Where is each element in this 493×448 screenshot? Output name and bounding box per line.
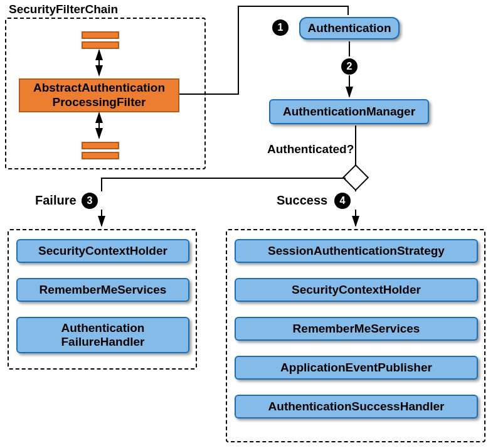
badge-3: 3 xyxy=(82,193,98,209)
badge-2: 2 xyxy=(341,58,358,75)
failure-box-0: SecurityContextHolder xyxy=(16,239,189,263)
failure-box-2: Authentication FailureHandler xyxy=(16,317,189,353)
success-box-2: RememberMeServices xyxy=(235,317,478,341)
authentication-box: Authentication xyxy=(299,17,400,40)
failure-label: Failure xyxy=(35,193,77,208)
badge-4: 4 xyxy=(334,193,351,209)
failure-box-1: RememberMeServices xyxy=(16,278,189,302)
filter-chain-title: SecurityFilterChain xyxy=(9,3,118,16)
filter-chain-container: AbstractAuthentication ProcessingFilter xyxy=(5,18,206,169)
authenticated-question-label: Authenticated? xyxy=(267,142,354,156)
success-box-3: ApplicationEventPublisher xyxy=(235,356,478,380)
filter-bar-icon xyxy=(82,142,119,149)
filter-bar-icon xyxy=(82,41,119,49)
success-box-0: SessionAuthenticationStrategy xyxy=(235,239,478,263)
success-container: SessionAuthenticationStrategy SecurityCo… xyxy=(226,229,485,442)
filter-bar-icon xyxy=(82,31,119,39)
filter-bar-icon xyxy=(82,152,119,159)
success-box-1: SecurityContextHolder xyxy=(235,278,478,302)
decision-diamond-icon xyxy=(342,164,369,191)
badge-1: 1 xyxy=(272,19,289,36)
authentication-manager-box: AuthenticationManager xyxy=(269,99,429,124)
abstract-auth-processing-filter: AbstractAuthentication ProcessingFilter xyxy=(19,78,179,112)
success-label: Success xyxy=(277,193,327,208)
failure-container: SecurityContextHolder RememberMeServices… xyxy=(8,229,197,370)
success-box-4: AuthenticationSuccessHandler xyxy=(235,395,478,419)
